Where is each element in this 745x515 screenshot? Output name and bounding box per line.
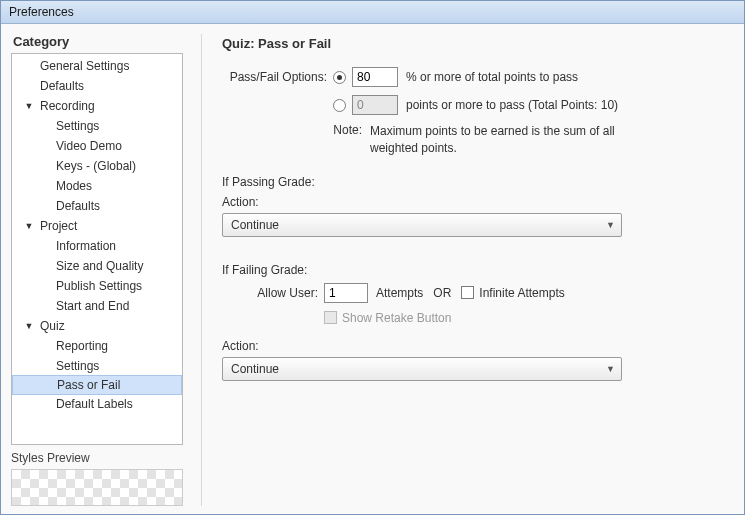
window-body: Category General SettingsDefaults▼Record… [1, 24, 744, 514]
tree-item-label: Project [40, 219, 77, 233]
passfail-points-row: points or more to pass (Total Points: 10… [333, 95, 734, 115]
passfail-percent-row: Pass/Fail Options: % or more of total po… [222, 67, 734, 87]
tree-item[interactable]: ▼Recording [12, 96, 182, 116]
percent-input[interactable] [352, 67, 398, 87]
disclosure-arrow-icon: ▼ [22, 101, 36, 111]
tree-item-label: General Settings [40, 59, 129, 73]
tree-item[interactable]: Size and Quality [12, 256, 182, 276]
window-titlebar: Preferences [1, 1, 744, 24]
infinite-attempts-label: Infinite Attempts [479, 286, 564, 300]
points-suffix: points or more to pass (Total Points: 10… [406, 98, 618, 112]
tree-item-label: Quiz [40, 319, 65, 333]
chevron-down-icon: ▼ [606, 364, 615, 374]
tree-item-label: Start and End [56, 299, 129, 313]
tree-item-label: Settings [56, 359, 99, 373]
attempts-input[interactable] [324, 283, 368, 303]
chevron-down-icon: ▼ [606, 220, 615, 230]
allow-user-row: Allow User: Attempts OR Infinite Attempt… [222, 283, 734, 303]
category-column: Category General SettingsDefaults▼Record… [11, 34, 183, 506]
tree-item-label: Modes [56, 179, 92, 193]
tree-item-label: Information [56, 239, 116, 253]
tree-item[interactable]: Start and End [12, 296, 182, 316]
failing-action-value: Continue [231, 362, 279, 376]
failing-section: If Failing Grade: Allow User: Attempts O… [222, 263, 734, 381]
tree-item-label: Defaults [56, 199, 100, 213]
panel-title: Quiz: Pass or Fail [222, 36, 734, 51]
note-label: Note: [222, 123, 362, 157]
tree-item-label: Pass or Fail [57, 378, 120, 392]
attempts-suffix: Attempts [376, 286, 423, 300]
settings-panel: Quiz: Pass or Fail Pass/Fail Options: % … [201, 34, 734, 506]
styles-preview-label: Styles Preview [11, 451, 183, 465]
window-title: Preferences [9, 5, 74, 19]
tree-item[interactable]: Publish Settings [12, 276, 182, 296]
tree-item-label: Reporting [56, 339, 108, 353]
tree-item-label: Settings [56, 119, 99, 133]
tree-item-label: Recording [40, 99, 95, 113]
tree-item-label: Publish Settings [56, 279, 142, 293]
tree-item[interactable]: Pass or Fail [12, 375, 182, 395]
tree-item-label: Size and Quality [56, 259, 143, 273]
tree-item[interactable]: Modes [12, 176, 182, 196]
tree-item[interactable]: ▼Quiz [12, 316, 182, 336]
passing-action-label: Action: [222, 195, 734, 209]
points-input [352, 95, 398, 115]
disclosure-arrow-icon: ▼ [22, 221, 36, 231]
show-retake-label: Show Retake Button [342, 311, 451, 325]
tree-item[interactable]: Defaults [12, 76, 182, 96]
or-text: OR [433, 286, 451, 300]
passing-header: If Passing Grade: [222, 175, 734, 189]
tree-item[interactable]: Defaults [12, 196, 182, 216]
disclosure-arrow-icon: ▼ [22, 321, 36, 331]
tree-item[interactable]: General Settings [12, 56, 182, 76]
note-text: Maximum points to be earned is the sum o… [370, 123, 650, 157]
tree-item[interactable]: Reporting [12, 336, 182, 356]
percent-suffix: % or more of total points to pass [406, 70, 578, 84]
points-radio[interactable] [333, 99, 346, 112]
tree-item[interactable]: Settings [12, 356, 182, 376]
passing-action-select[interactable]: Continue ▼ [222, 213, 622, 237]
infinite-attempts-checkbox[interactable] [461, 286, 474, 299]
tree-item[interactable]: Video Demo [12, 136, 182, 156]
tree-item-label: Video Demo [56, 139, 122, 153]
tree-item-label: Keys - (Global) [56, 159, 136, 173]
category-header: Category [13, 34, 183, 49]
tree-item[interactable]: Settings [12, 116, 182, 136]
failing-header: If Failing Grade: [222, 263, 734, 277]
passing-action-value: Continue [231, 218, 279, 232]
category-tree[interactable]: General SettingsDefaults▼RecordingSettin… [11, 53, 183, 445]
tree-item-label: Defaults [40, 79, 84, 93]
tree-item[interactable]: ▼Project [12, 216, 182, 236]
show-retake-checkbox [324, 311, 337, 324]
percent-radio[interactable] [333, 71, 346, 84]
preferences-window: Preferences Category General SettingsDef… [0, 0, 745, 515]
tree-item-label: Default Labels [56, 397, 133, 411]
note-row: Note: Maximum points to be earned is the… [222, 123, 734, 157]
tree-item[interactable]: Information [12, 236, 182, 256]
styles-preview-swatch [11, 469, 183, 506]
passfail-options-label: Pass/Fail Options: [222, 70, 327, 84]
tree-item[interactable]: Default Labels [12, 394, 182, 414]
allow-user-label: Allow User: [222, 286, 318, 300]
tree-item[interactable]: Keys - (Global) [12, 156, 182, 176]
failing-action-select[interactable]: Continue ▼ [222, 357, 622, 381]
retake-row: Show Retake Button [324, 311, 734, 325]
failing-action-label: Action: [222, 339, 734, 353]
